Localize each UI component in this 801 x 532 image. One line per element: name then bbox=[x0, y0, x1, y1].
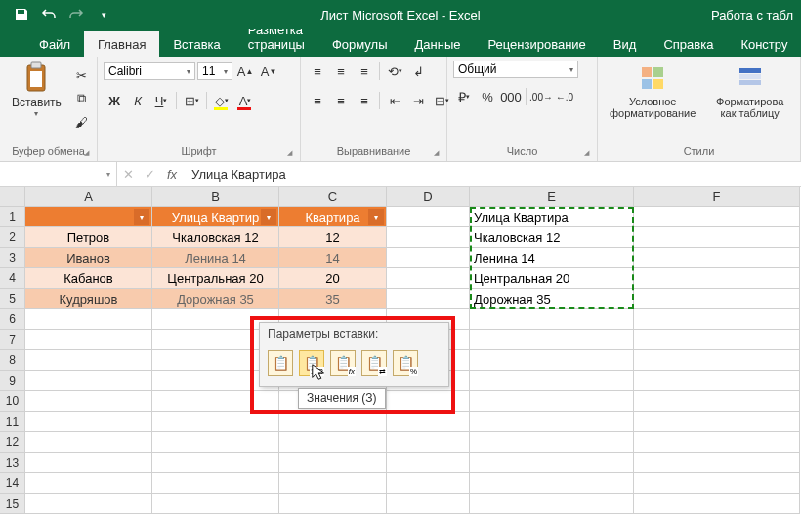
cell[interactable]: Кабанов bbox=[25, 268, 152, 289]
cell[interactable]: Ленина 14 bbox=[152, 248, 279, 268]
cell[interactable]: Центральная 20 bbox=[470, 268, 634, 289]
cell[interactable]: Улица Квартира bbox=[470, 207, 634, 227]
cell[interactable] bbox=[634, 371, 800, 391]
redo-icon[interactable] bbox=[66, 5, 86, 24]
cell[interactable] bbox=[634, 207, 800, 227]
row-header[interactable]: 4 bbox=[0, 268, 25, 289]
cut-icon[interactable]: ✂ bbox=[71, 64, 93, 86]
paste-all-icon[interactable]: 📋 bbox=[268, 350, 293, 376]
cell[interactable] bbox=[152, 473, 279, 494]
wrap-text-icon[interactable]: ↲ bbox=[407, 61, 429, 82]
cell[interactable] bbox=[634, 391, 800, 412]
cell[interactable] bbox=[470, 494, 634, 514]
cell[interactable]: Центральная 20 bbox=[152, 268, 279, 289]
cell[interactable]: 14 bbox=[279, 248, 387, 268]
tab-review[interactable]: Рецензирование bbox=[474, 31, 599, 57]
cell[interactable] bbox=[387, 391, 470, 412]
cell[interactable]: Иванов bbox=[25, 248, 152, 268]
tab-formulas[interactable]: Формулы bbox=[318, 31, 401, 57]
borders-icon[interactable]: ⊞▾ bbox=[181, 90, 202, 111]
format-painter-icon[interactable]: 🖌 bbox=[71, 111, 93, 133]
copy-icon[interactable]: ⧉ bbox=[71, 88, 93, 109]
column-header[interactable]: F bbox=[634, 187, 800, 207]
cell[interactable] bbox=[634, 330, 800, 350]
tab-table-design[interactable]: Констру bbox=[727, 31, 801, 57]
column-header[interactable]: A bbox=[25, 187, 152, 207]
row-header[interactable]: 1 bbox=[0, 207, 25, 227]
cell[interactable] bbox=[634, 350, 800, 371]
comma-format-icon[interactable]: 000 bbox=[500, 86, 522, 107]
orientation-icon[interactable]: ⟲▾ bbox=[384, 61, 405, 82]
cell[interactable] bbox=[152, 391, 279, 412]
align-left-icon[interactable]: ≡ bbox=[307, 90, 328, 111]
conditional-formatting-button[interactable]: Условное форматирование bbox=[604, 61, 701, 121]
cell[interactable] bbox=[25, 371, 152, 391]
tab-help[interactable]: Справка bbox=[650, 31, 727, 57]
paste-values-icon[interactable]: 📋123 bbox=[299, 350, 324, 376]
cell[interactable] bbox=[387, 227, 470, 248]
cell[interactable]: Петров bbox=[25, 227, 152, 248]
cell[interactable] bbox=[634, 432, 800, 453]
italic-icon[interactable]: К bbox=[127, 90, 148, 111]
cell[interactable] bbox=[387, 494, 470, 514]
cell[interactable]: Ленина 14 bbox=[470, 248, 634, 268]
cell[interactable] bbox=[387, 289, 470, 309]
cell[interactable] bbox=[470, 330, 634, 350]
row-header[interactable]: 11 bbox=[0, 412, 25, 432]
align-middle-icon[interactable]: ≡ bbox=[330, 61, 352, 82]
cell[interactable] bbox=[634, 412, 800, 432]
cell[interactable]: Кудряшов bbox=[25, 289, 152, 309]
cell[interactable] bbox=[279, 432, 387, 453]
tab-data[interactable]: Данные bbox=[401, 31, 475, 57]
filter-dropdown-icon[interactable]: ▾ bbox=[134, 209, 149, 225]
cell[interactable] bbox=[152, 453, 279, 473]
cell[interactable] bbox=[25, 350, 152, 371]
increase-indent-icon[interactable]: ⇥ bbox=[407, 90, 429, 111]
cell[interactable] bbox=[387, 412, 470, 432]
cell[interactable] bbox=[25, 453, 152, 473]
row-header[interactable]: 6 bbox=[0, 309, 25, 330]
name-box[interactable]: ▾ bbox=[0, 162, 117, 186]
cell[interactable] bbox=[279, 412, 387, 432]
column-header[interactable]: C bbox=[279, 187, 387, 207]
table-header-cell[interactable]: Квартира▾ bbox=[279, 207, 387, 227]
decrease-decimal-icon[interactable]: ←.0 bbox=[554, 86, 575, 107]
paste-formatting-icon[interactable]: 📋% bbox=[393, 350, 418, 376]
cell[interactable] bbox=[25, 309, 152, 330]
align-top-icon[interactable]: ≡ bbox=[307, 61, 328, 82]
cell[interactable]: Чкаловская 12 bbox=[470, 227, 634, 248]
paste-formulas-icon[interactable]: 📋fx bbox=[330, 350, 356, 376]
cell[interactable] bbox=[25, 391, 152, 412]
tab-insert[interactable]: Вставка bbox=[159, 31, 233, 57]
save-icon[interactable] bbox=[12, 5, 31, 24]
enter-icon[interactable]: ✓ bbox=[139, 167, 160, 182]
paste-transpose-icon[interactable]: 📋⇄ bbox=[361, 350, 387, 376]
cell[interactable] bbox=[279, 473, 387, 494]
align-right-icon[interactable]: ≡ bbox=[354, 90, 375, 111]
cell[interactable] bbox=[279, 494, 387, 514]
cell[interactable] bbox=[25, 494, 152, 514]
bold-icon[interactable]: Ж bbox=[104, 90, 125, 111]
cell[interactable] bbox=[152, 494, 279, 514]
tab-home[interactable]: Главная bbox=[84, 31, 159, 57]
accounting-format-icon[interactable]: ₽▾ bbox=[453, 86, 475, 107]
font-size-combo[interactable]: 11▾ bbox=[197, 62, 232, 80]
cell[interactable] bbox=[279, 453, 387, 473]
cell[interactable]: 20 bbox=[279, 268, 387, 289]
table-header-cell[interactable]: ▾ bbox=[25, 207, 152, 227]
cell[interactable] bbox=[25, 473, 152, 494]
cell[interactable] bbox=[470, 412, 634, 432]
align-center-icon[interactable]: ≡ bbox=[330, 90, 352, 111]
cell[interactable] bbox=[152, 432, 279, 453]
cell[interactable] bbox=[634, 494, 800, 514]
row-header[interactable]: 10 bbox=[0, 391, 25, 412]
row-header[interactable]: 12 bbox=[0, 432, 25, 453]
undo-icon[interactable] bbox=[39, 5, 59, 24]
align-bottom-icon[interactable]: ≡ bbox=[354, 61, 375, 82]
fx-icon[interactable]: fx bbox=[160, 167, 184, 182]
row-header[interactable]: 13 bbox=[0, 453, 25, 473]
paste-button[interactable]: Вставить ▾ bbox=[6, 61, 67, 120]
filter-dropdown-icon[interactable]: ▾ bbox=[261, 209, 276, 225]
increase-font-icon[interactable]: A▲ bbox=[234, 61, 256, 82]
cell[interactable] bbox=[634, 227, 800, 248]
